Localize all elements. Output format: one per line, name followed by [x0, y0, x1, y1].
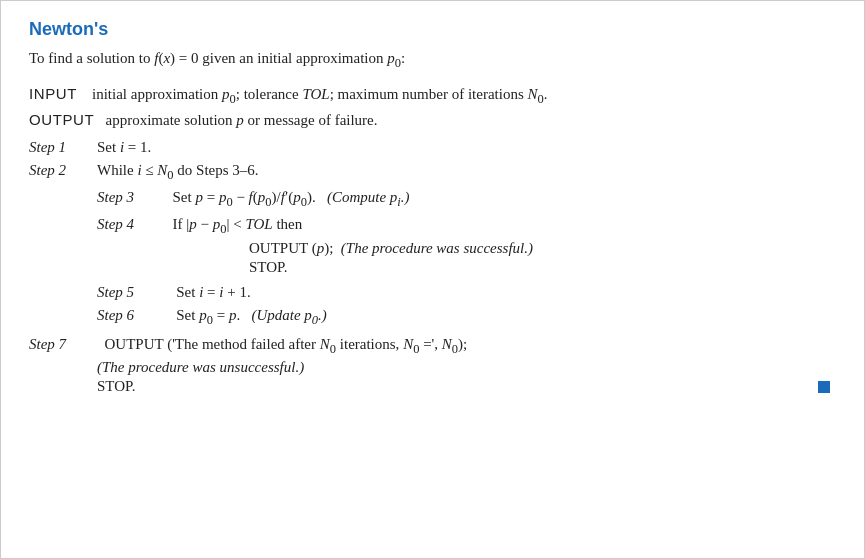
step-3-content: Set p = p0 − f(p0)/f′(p0). (Compute pi.) — [165, 189, 410, 210]
page-title: Newton's — [29, 19, 836, 40]
input-line: INPUT initial approximation p0; toleranc… — [29, 85, 836, 107]
step-5-line: Step 5 Set i = i + 1. — [97, 284, 836, 301]
step-4-line: Step 4 If |p − p0| < TOL then — [97, 216, 836, 237]
step-1-content: Set i = 1. — [97, 139, 151, 156]
step-4-content: If |p − p0| < TOL then — [165, 216, 302, 237]
step-7-stop-text: STOP. — [97, 378, 136, 395]
step-2-line: Step 2 While i ≤ N0 do Steps 3–6. — [29, 162, 836, 183]
output-label: OUTPUT — [29, 111, 94, 128]
step-1-line: Step 1 Set i = 1. — [29, 139, 836, 156]
step-4-output-line: OUTPUT (p); (The procedure was successfu… — [249, 240, 836, 257]
page-container: Newton's To find a solution to f(x) = 0 … — [0, 0, 865, 559]
step-3-line: Step 3 Set p = p0 − f(p0)/f′(p0). (Compu… — [97, 189, 836, 210]
step-7-content: OUTPUT ('The method failed after N0 iter… — [97, 336, 467, 357]
step-4-stop-line: STOP. — [249, 259, 836, 276]
step-2-content: While i ≤ N0 do Steps 3–6. — [97, 162, 259, 183]
step-2-label: Step 2 — [29, 162, 97, 179]
step-1-label: Step 1 — [29, 139, 97, 156]
step-5-content: Set i = i + 1. — [165, 284, 251, 301]
output-text: approximate solution p or message of fai… — [106, 112, 378, 128]
output-line: OUTPUT approximate solution p or message… — [29, 111, 836, 129]
step-4-stop-text: STOP. — [249, 259, 288, 276]
step-7-comment: (The procedure was unsuccessful.) — [97, 359, 304, 376]
step-6-label: Step 6 — [97, 307, 165, 324]
steps-block: Step 1 Set i = 1. Step 2 While i ≤ N0 do… — [29, 139, 836, 395]
step-6-content: Set p0 = p. (Update p0.) — [165, 307, 327, 328]
intro-text: To find a solution to f(x) = 0 given an … — [29, 50, 836, 71]
input-text: initial approximation p0; tolerance TOL;… — [92, 86, 548, 102]
step-4-label: Step 4 — [97, 216, 165, 233]
input-label: INPUT — [29, 85, 77, 102]
step-3-label: Step 3 — [97, 189, 165, 206]
step-7-label: Step 7 — [29, 336, 97, 353]
step-7-line: Step 7 OUTPUT ('The method failed after … — [29, 336, 836, 357]
step-7-stop-line: STOP. — [97, 378, 836, 395]
step-4-output-text: OUTPUT (p); (The procedure was successfu… — [249, 240, 533, 257]
end-square — [818, 381, 830, 393]
step-6-line: Step 6 Set p0 = p. (Update p0.) — [97, 307, 836, 328]
step-5-label: Step 5 — [97, 284, 165, 301]
step-7-comment-line: (The procedure was unsuccessful.) — [97, 359, 836, 376]
